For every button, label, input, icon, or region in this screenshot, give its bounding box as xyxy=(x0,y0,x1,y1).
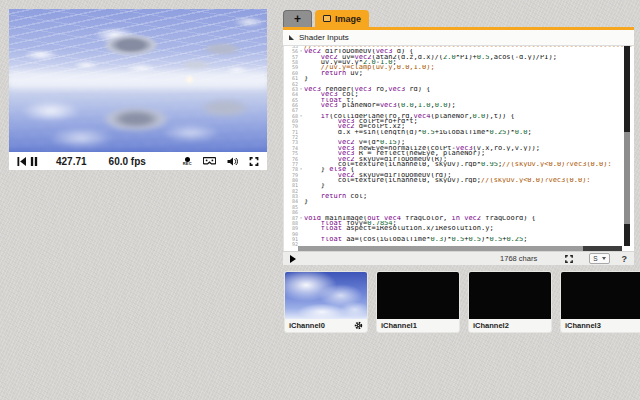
shader-canvas[interactable] xyxy=(9,9,267,152)
channel-slot-0[interactable]: iChannel0 xyxy=(284,271,368,333)
record-button[interactable]: REC xyxy=(183,157,192,166)
playback-time[interactable]: 427.71 xyxy=(56,156,87,167)
channel-slot-1[interactable]: iChannel1 xyxy=(376,271,460,333)
volume-icon xyxy=(227,157,238,166)
channel3-empty-thumbnail xyxy=(561,272,640,319)
code-editor-panel: + Image Shader Inputs 55//--------------… xyxy=(283,10,634,265)
image-tab-label: Image xyxy=(335,14,361,24)
volume-button[interactable] xyxy=(227,157,238,166)
code-line: 80 col=texture(iChannel0, skyUv).rgb;//(… xyxy=(284,178,634,183)
tab-image[interactable]: Image xyxy=(315,10,369,27)
help-button[interactable]: ? xyxy=(622,254,628,264)
channel-slots: iChannel0 iChannel1 iChannel2 iChannel3 xyxy=(284,271,640,333)
water-reflections-layer xyxy=(9,81,267,153)
channel1-empty-thumbnail xyxy=(377,272,459,319)
channel0-label: iChannel0 xyxy=(289,321,325,330)
chevron-down-icon xyxy=(602,257,606,260)
record-label: REC xyxy=(183,162,192,166)
fullscreen-button[interactable] xyxy=(249,157,259,166)
editor-footer: 1768 chars S ? xyxy=(283,251,634,265)
vr-goggles-icon xyxy=(203,157,216,165)
rewind-button[interactable] xyxy=(17,157,26,166)
clouds-layer xyxy=(9,9,267,81)
font-size-dropdown[interactable]: S xyxy=(589,253,609,264)
channel-slot-3[interactable]: iChannel3 xyxy=(560,271,640,333)
vr-button[interactable] xyxy=(203,157,216,165)
collapse-triangle-icon xyxy=(289,35,294,40)
shader-preview-panel: 427.71 60.0 fps REC xyxy=(9,9,267,170)
vertical-scrollbar-thumb[interactable] xyxy=(624,132,630,224)
horizontal-scrollbar[interactable] xyxy=(298,246,622,251)
gear-icon[interactable] xyxy=(354,321,363,330)
playback-bar: 427.71 60.0 fps REC xyxy=(9,152,267,170)
rewind-icon xyxy=(17,157,26,166)
tab-bar: + Image xyxy=(283,10,634,27)
code-editor[interactable]: 55//------------------------------------… xyxy=(283,46,634,251)
image-tab-icon xyxy=(323,15,331,22)
vertical-scrollbar[interactable] xyxy=(624,46,630,246)
fullscreen-icon xyxy=(249,157,259,166)
channel0-texture-thumbnail xyxy=(285,272,367,319)
char-count: 1768 chars xyxy=(500,254,537,263)
shader-inputs-label: Shader Inputs xyxy=(299,33,349,42)
channel3-label: iChannel3 xyxy=(565,321,601,330)
new-tab-button[interactable]: + xyxy=(283,10,312,27)
shader-inputs-header[interactable]: Shader Inputs xyxy=(283,30,634,46)
channel1-label: iChannel1 xyxy=(381,321,417,330)
expand-icon xyxy=(565,255,573,263)
font-size-value: S xyxy=(593,255,597,262)
channel2-empty-thumbnail xyxy=(469,272,551,319)
channel-slot-2[interactable]: iChannel2 xyxy=(468,271,552,333)
channel2-label: iChannel2 xyxy=(473,321,509,330)
editor-fullscreen-button[interactable] xyxy=(565,255,573,263)
horizontal-scrollbar-thumb[interactable] xyxy=(298,246,583,251)
pause-icon xyxy=(30,157,38,166)
fps-counter: 60.0 fps xyxy=(109,156,146,167)
pause-button[interactable] xyxy=(30,157,38,166)
compile-play-button[interactable] xyxy=(290,255,296,263)
code-lines: 55//------------------------------------… xyxy=(284,46,634,248)
